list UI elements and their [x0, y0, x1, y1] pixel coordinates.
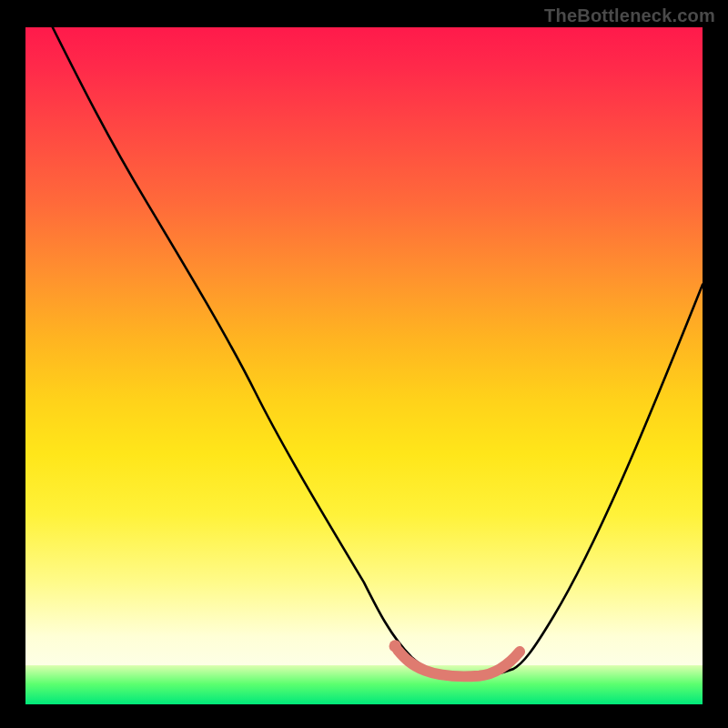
- highlight-start-dot: [389, 640, 401, 652]
- chart-stage: TheBottleneck.com: [0, 0, 728, 728]
- main-curve-path: [53, 27, 703, 677]
- watermark-text: TheBottleneck.com: [544, 5, 715, 26]
- highlight-segment-path: [398, 650, 520, 676]
- curve-layer: [25, 27, 703, 704]
- plot-area: [25, 27, 703, 704]
